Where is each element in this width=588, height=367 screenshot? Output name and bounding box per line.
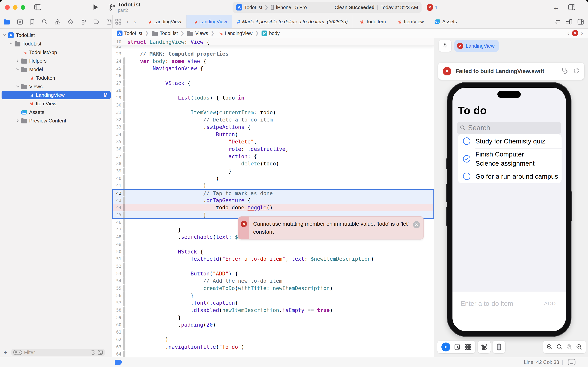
code-line-33[interactable]: 33 .swipeActions { xyxy=(112,124,434,131)
pin-preview-button[interactable] xyxy=(439,40,451,52)
unchecked-circle-icon[interactable] xyxy=(463,137,470,145)
code-line-26[interactable]: 26 xyxy=(112,72,434,80)
code-line-40[interactable]: 40 ) xyxy=(112,175,434,182)
source-control-filter-icon[interactable] xyxy=(98,350,103,355)
related-items-icon[interactable] xyxy=(113,15,124,28)
code-line-28[interactable]: 28 xyxy=(112,87,434,94)
code-line-23[interactable]: 23 // MARK: Computed properties xyxy=(112,50,434,58)
run-destination[interactable]: iPhone 15 Pro xyxy=(276,5,307,10)
refresh-preview-icon[interactable] xyxy=(573,68,580,75)
tree-item-todolistapp[interactable]: TodoListApp xyxy=(1,48,111,57)
go-back-icon[interactable]: ‹ xyxy=(124,15,131,28)
disclosure-closed-icon[interactable] xyxy=(15,59,21,63)
checked-circle-icon[interactable] xyxy=(463,155,470,163)
breadcrumb-item-landingview[interactable]: LandingView xyxy=(217,30,252,36)
zoom-100-icon[interactable]: 1 xyxy=(556,344,563,350)
todo-item[interactable]: Study for Chemisty quiz xyxy=(458,134,562,148)
app-search-field[interactable]: Search xyxy=(457,122,561,134)
tab-made-it-possible-to-delete-a-t[interactable]: #Made it possible to delete a to-do item… xyxy=(232,15,353,28)
code-line-44[interactable]: 44 todo.done.toggle() xyxy=(112,204,434,211)
new-item-input[interactable]: Enter a to-do item xyxy=(461,300,513,307)
tree-item-landingview[interactable]: LandingViewM xyxy=(1,91,111,99)
code-line-63[interactable]: 63 .navigationTitle("To do") xyxy=(112,343,434,350)
issues-navigator-tab[interactable] xyxy=(54,19,61,25)
filter-menu-icon[interactable] xyxy=(13,350,22,355)
toggle-left-sidebar-icon[interactable] xyxy=(34,4,41,10)
previous-issue-icon[interactable]: ‹ xyxy=(567,30,569,37)
code-line-41[interactable]: 41 } xyxy=(112,182,434,189)
zoom-out-icon[interactable] xyxy=(546,344,553,350)
code-line-39[interactable]: 39 } xyxy=(112,167,434,175)
toggle-right-sidebar-icon[interactable] xyxy=(568,4,575,10)
code-line-57[interactable]: 57 .font(.caption) xyxy=(112,299,434,307)
add-toolbar-button[interactable]: + xyxy=(554,4,558,13)
disclosure-open-icon[interactable] xyxy=(15,85,21,88)
code-line-50[interactable]: 50 HStack { xyxy=(112,248,434,255)
live-preview-button[interactable] xyxy=(441,342,450,351)
tree-item-preview-content[interactable]: Preview Content xyxy=(1,117,111,125)
issue-badge-icon[interactable]: ✕ xyxy=(572,30,578,36)
zoom-window-button[interactable] xyxy=(21,5,25,10)
disclosure-closed-icon[interactable] xyxy=(15,119,21,123)
code-line-52[interactable]: 52 xyxy=(112,263,434,270)
filter-field[interactable]: Filter xyxy=(11,349,105,356)
recent-files-icon[interactable] xyxy=(90,350,96,355)
code-line-51[interactable]: 51 TextField("Enter a to-do item", text:… xyxy=(112,255,434,263)
run-button[interactable] xyxy=(93,4,98,10)
code-line-27[interactable]: 27 VStack { xyxy=(112,79,434,87)
source-control-navigator-tab[interactable] xyxy=(17,19,23,25)
variants-mode-icon[interactable] xyxy=(465,344,471,350)
disclosure-open-icon[interactable] xyxy=(15,68,21,71)
zoom-fit-icon[interactable] xyxy=(566,344,572,350)
code-line-58[interactable]: 58 .disabled(newItemDescription.isEmpty … xyxy=(112,307,434,314)
code-line-25[interactable]: 25 NavigationView { xyxy=(112,65,434,72)
scheme-name[interactable]: TodoList xyxy=(244,5,262,10)
error-annotation[interactable]: ✕ Cannot use mutating member on immutabl… xyxy=(238,216,424,240)
tree-item-todolist[interactable]: TodoList xyxy=(1,40,111,48)
code-line-42[interactable]: 42 // Tap to mark as done xyxy=(112,189,434,197)
unchecked-circle-icon[interactable] xyxy=(463,173,470,180)
code-line-56[interactable]: 56 } xyxy=(112,292,434,299)
dismiss-error-icon[interactable]: ✕ xyxy=(413,221,420,228)
code-line-38[interactable]: 38 delete(todo) xyxy=(112,160,434,167)
todo-item[interactable]: Finish Computer Science assignment xyxy=(458,149,562,169)
selectable-mode-icon[interactable] xyxy=(454,344,461,350)
reports-navigator-tab[interactable] xyxy=(107,19,112,25)
code-line-34[interactable]: 34 Button( xyxy=(112,131,434,138)
code-line-60[interactable]: 60 .padding(20) xyxy=(112,321,434,328)
code-line-36[interactable]: 36 role: .destructive, xyxy=(112,145,434,153)
disclosure-open-icon[interactable] xyxy=(1,34,7,36)
code-line-64[interactable]: 64 xyxy=(112,350,434,357)
minimize-window-button[interactable] xyxy=(13,5,17,10)
breadcrumb-item-views[interactable]: Views xyxy=(187,31,208,36)
bookmarks-navigator-tab[interactable] xyxy=(30,19,35,25)
code-line-43[interactable]: 43 .onTapGesture { xyxy=(112,197,434,204)
code-line-32[interactable]: 32 // Delete a to-do item xyxy=(112,116,434,124)
preview-screen[interactable]: To do Search Study for Chemisty quizFini… xyxy=(453,88,566,331)
tab-landingview[interactable]: LandingView xyxy=(141,15,186,28)
find-navigator-tab[interactable] xyxy=(42,19,47,25)
code-line-49[interactable]: 49 xyxy=(112,241,434,248)
device-settings-icon[interactable] xyxy=(481,343,487,350)
error-count-badge[interactable]: ✕ 1 xyxy=(427,4,437,11)
tree-item-helpers[interactable]: Helpers xyxy=(1,57,111,65)
preview-device-icon[interactable] xyxy=(497,343,501,350)
code-line-30[interactable]: 30 xyxy=(112,101,434,109)
tab-landingview[interactable]: LandingView xyxy=(186,15,232,28)
project-navigator-tab[interactable] xyxy=(3,19,10,25)
next-issue-icon[interactable]: › xyxy=(581,30,583,37)
minimap-toggle-icon[interactable] xyxy=(568,359,576,366)
code-line-62[interactable]: 62 } xyxy=(112,336,434,343)
tree-item-model[interactable]: Model xyxy=(1,65,111,74)
tree-item-todoitem[interactable]: TodoItem xyxy=(1,74,111,82)
code-line-53[interactable]: 53 Button("ADD") { xyxy=(112,270,434,277)
add-file-icon[interactable]: + xyxy=(3,349,7,356)
tab-todoitem[interactable]: TodoItem xyxy=(353,15,391,28)
code-line-24[interactable]: 24 var body: some View { xyxy=(112,57,434,65)
tree-item-assets[interactable]: Assets xyxy=(1,108,111,117)
tree-item-views[interactable]: Views xyxy=(1,82,111,91)
breakpoints-navigator-tab[interactable] xyxy=(93,19,100,24)
code-editor[interactable]: 2223 // MARK: Computed properties24 var … xyxy=(112,38,434,357)
close-window-button[interactable] xyxy=(5,5,10,10)
zoom-in-icon[interactable] xyxy=(576,344,582,350)
